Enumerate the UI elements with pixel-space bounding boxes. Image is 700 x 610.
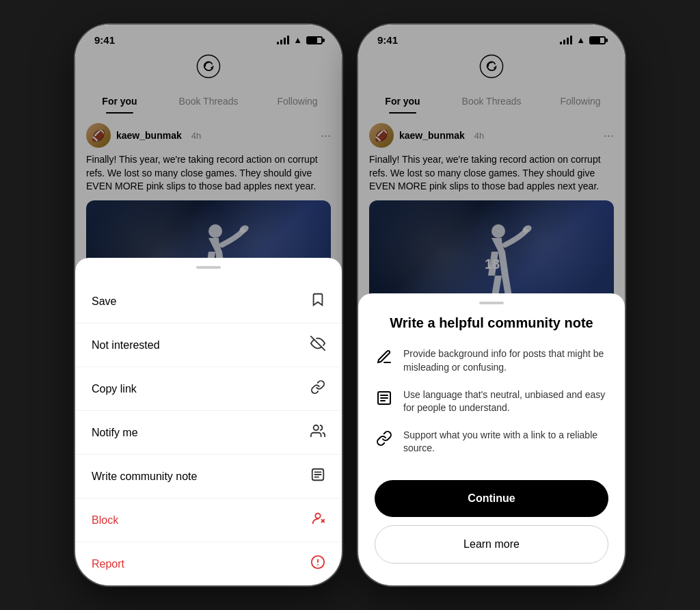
- right-community-sheet: Write a helpful community note Provide b…: [358, 293, 625, 585]
- svg-point-5: [314, 425, 319, 430]
- left-not-interested-icon: [310, 336, 325, 354]
- left-copy-link-label: Copy link: [92, 383, 137, 395]
- community-note-tip-2-text: Use language that's neutral, unbiased an…: [403, 388, 608, 415]
- community-note-link-icon: [375, 429, 394, 448]
- right-sheet-handle: [479, 302, 504, 304]
- left-sheet-copy-link[interactable]: Copy link: [75, 367, 342, 411]
- left-block-icon: [310, 511, 325, 529]
- learn-more-button[interactable]: Learn more: [375, 525, 608, 563]
- left-sheet-community-note[interactable]: Write community note: [75, 455, 342, 499]
- left-sheet-save[interactable]: Save: [75, 280, 342, 323]
- left-notify-label: Notify me: [92, 427, 138, 439]
- left-save-icon: [310, 292, 325, 310]
- community-note-tip-1-text: Provide background info for posts that m…: [403, 347, 608, 374]
- left-report-icon: [310, 555, 325, 573]
- left-community-note-label: Write community note: [92, 470, 197, 483]
- left-sheet-report[interactable]: Report: [75, 542, 342, 585]
- phones-container: 9:41 ▲: [62, 11, 638, 599]
- left-save-label: Save: [92, 295, 116, 308]
- community-note-tip-1: Provide background info for posts that m…: [375, 347, 608, 374]
- left-sheet-handle: [196, 266, 221, 269]
- community-note-title: Write a helpful community note: [375, 315, 608, 331]
- left-not-interested-label: Not interested: [92, 339, 160, 352]
- left-block-label: Block: [92, 514, 118, 527]
- left-sheet-block[interactable]: Block: [75, 499, 342, 542]
- left-report-label: Report: [92, 558, 124, 570]
- community-note-tip-3: Support what you write with a link to a …: [375, 429, 608, 455]
- left-sheet-notify[interactable]: Notify me: [75, 411, 342, 455]
- right-phone: 9:41 ▲: [358, 25, 625, 585]
- left-notify-icon: [310, 423, 325, 442]
- left-copy-link-icon: [310, 380, 325, 398]
- left-phone: 9:41 ▲: [75, 25, 342, 585]
- community-note-tip-2: Use language that's neutral, unbiased an…: [375, 388, 608, 415]
- left-bottom-sheet: Save Not interested: [75, 258, 342, 585]
- continue-button[interactable]: Continue: [375, 480, 608, 517]
- community-note-list-icon: [375, 388, 394, 408]
- svg-point-10: [315, 514, 320, 518]
- right-phone-inner: 9:41 ▲: [358, 25, 625, 585]
- community-note-tip-3-text: Support what you write with a link to a …: [403, 429, 608, 455]
- left-community-note-icon: [310, 467, 325, 486]
- left-phone-inner: 9:41 ▲: [75, 25, 342, 585]
- left-sheet-not-interested[interactable]: Not interested: [75, 323, 342, 367]
- community-note-edit-icon: [375, 347, 394, 367]
